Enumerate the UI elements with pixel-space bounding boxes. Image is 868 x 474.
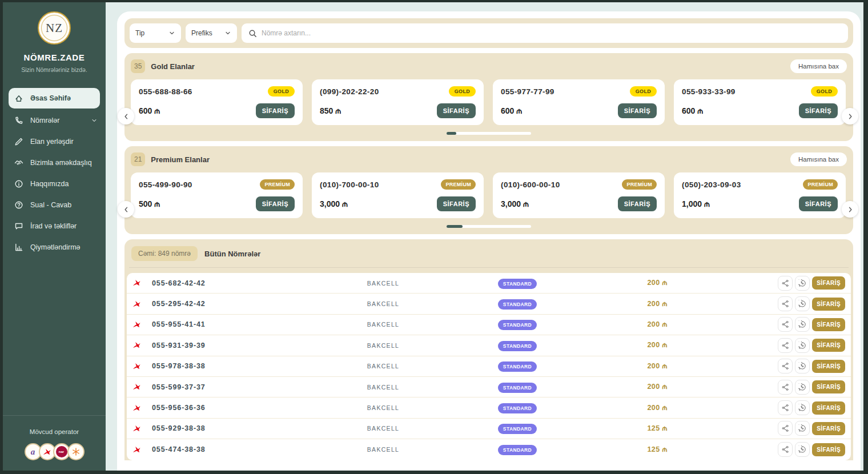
price: 3,000 ₼ — [320, 199, 348, 209]
price: 200 ₼ — [586, 362, 729, 371]
phone-number: 055-978-38-38 — [152, 362, 318, 370]
order-button[interactable]: SİFARİŞ — [812, 401, 845, 415]
logo-monogram: NZ — [46, 21, 63, 35]
share-button[interactable] — [778, 338, 793, 353]
premium-badge: PREMİUM — [622, 179, 657, 190]
gold-see-all-button[interactable]: Hamısına bax — [790, 59, 847, 73]
sidebar-item-numbers[interactable]: Nömrələr — [3, 110, 106, 131]
chevron-down-icon — [224, 30, 231, 37]
prefix-select[interactable]: Prefiks — [186, 23, 237, 43]
order-button[interactable]: SİFARİŞ — [256, 196, 295, 211]
operator-name: BAKCELL — [318, 300, 449, 307]
premium-card: (050)-203-09-03 PREMİUM 1,000 ₼ SİFARİŞ — [674, 172, 846, 218]
phone-number: 055-688-88-66 — [139, 87, 192, 96]
whatsapp-button[interactable] — [795, 338, 810, 353]
order-button[interactable]: SİFARİŞ — [812, 422, 845, 435]
price: 125 ₼ — [586, 424, 729, 433]
standard-badge: STANDARD — [498, 403, 537, 413]
sidebar-item-label: Elan yerləşdir — [30, 138, 74, 146]
order-button[interactable]: SİFARİŞ — [812, 360, 845, 373]
carousel-scrollbar-thumb[interactable] — [447, 225, 463, 228]
whatsapp-button[interactable] — [795, 442, 810, 457]
carousel-next-button[interactable] — [842, 108, 858, 124]
bakcell-bird-icon — [132, 424, 141, 433]
phone-icon — [14, 116, 23, 125]
whatsapp-button[interactable] — [795, 380, 810, 395]
phone-number: 055-933-33-99 — [682, 87, 736, 96]
gold-section-title: Gold Elanlar — [151, 62, 195, 71]
whatsapp-button[interactable] — [795, 359, 810, 373]
standard-badge: STANDARD — [498, 424, 537, 434]
order-button[interactable]: SİFARİŞ — [437, 196, 476, 211]
share-button[interactable] — [778, 317, 793, 332]
order-button[interactable]: SİFARİŞ — [812, 298, 845, 311]
search-input[interactable] — [262, 29, 841, 37]
sidebar-item-post-ad[interactable]: Elan yerləşdir — [3, 131, 106, 152]
premium-card: (010)-700-00-10 PREMİUM 3,000 ₼ SİFARİŞ — [312, 172, 484, 218]
phone-number: (010)-600-00-10 — [501, 180, 560, 189]
carousel-scrollbar[interactable] — [447, 225, 531, 228]
chevron-down-icon — [168, 30, 175, 37]
share-button[interactable] — [778, 442, 793, 457]
carousel-prev-button[interactable] — [118, 108, 134, 124]
phone-number: 055-474-38-38 — [152, 445, 318, 453]
chart-icon — [14, 243, 23, 252]
share-button[interactable] — [778, 421, 793, 436]
phone-number: 055-295-42-42 — [152, 300, 318, 308]
whatsapp-icon — [798, 404, 806, 412]
whatsapp-button[interactable] — [795, 276, 810, 291]
sidebar-item-feedback[interactable]: İrad və təkliflər — [3, 215, 106, 236]
order-button[interactable]: SİFARİŞ — [437, 103, 476, 118]
whatsapp-button[interactable] — [795, 317, 810, 332]
info-icon — [14, 179, 23, 188]
sidebar-item-label: İrad və təkliflər — [30, 222, 77, 230]
order-button[interactable]: SİFARİŞ — [812, 380, 845, 393]
sidebar-item-rating[interactable]: Qiymətləndirmə — [3, 236, 106, 258]
premium-see-all-button[interactable]: Hamısına bax — [790, 152, 847, 166]
all-numbers-section: Cəmi: 849 nömrə Bütün Nömrələr 055-682-4… — [124, 239, 853, 460]
gold-section-header: 35 Gold Elanlar Hamısına bax — [131, 59, 847, 73]
share-button[interactable] — [778, 400, 793, 415]
order-button[interactable]: SİFARİŞ — [799, 103, 838, 118]
sidebar-item-about[interactable]: Haqqımızda — [3, 173, 106, 194]
order-button[interactable]: SİFARİŞ — [618, 196, 657, 211]
pencil-icon — [14, 137, 23, 146]
sidebar-item-faq[interactable]: Sual - Cavab — [3, 194, 106, 215]
total-count-badge: Cəmi: 849 nömrə — [131, 246, 198, 261]
share-button[interactable] — [778, 380, 793, 395]
premium-card: (010)-600-00-10 PREMİUM 3,000 ₼ SİFARİŞ — [493, 172, 665, 218]
phone-number: (010)-700-00-10 — [320, 180, 379, 189]
order-button[interactable]: SİFARİŞ — [812, 318, 845, 331]
order-button[interactable]: SİFARİŞ — [618, 103, 657, 118]
whatsapp-button[interactable] — [795, 400, 810, 415]
table-row: 055-931-39-39 BAKCELL STANDARD 200 ₼ SİF… — [127, 335, 851, 356]
sidebar-item-label: Bizimla əməkdaşlıq — [30, 159, 92, 167]
order-button[interactable]: SİFARİŞ — [812, 443, 845, 456]
share-button[interactable] — [778, 296, 793, 311]
premium-count-badge: 21 — [131, 152, 145, 166]
share-button[interactable] — [778, 276, 793, 291]
sidebar-item-cooperation[interactable]: Bizimla əməkdaşlıq — [3, 152, 106, 173]
phone-number: (050)-203-09-03 — [682, 180, 741, 189]
chevron-right-icon — [847, 206, 854, 213]
price: 200 ₼ — [586, 300, 729, 308]
carousel-scrollbar[interactable] — [447, 132, 531, 135]
order-button[interactable]: SİFARİŞ — [812, 276, 845, 290]
carousel-prev-button[interactable] — [118, 201, 134, 218]
divider — [129, 267, 849, 268]
carousel-scrollbar-thumb[interactable] — [447, 132, 456, 135]
order-button[interactable]: SİFARİŞ — [799, 196, 838, 211]
carousel-next-button[interactable] — [842, 201, 858, 218]
whatsapp-button[interactable] — [795, 421, 810, 436]
sidebar-item-home[interactable]: Əsas Səhifə — [9, 88, 100, 109]
filter-bar: Tip Prefiks — [124, 18, 853, 48]
type-select[interactable]: Tip — [130, 23, 181, 43]
share-icon — [781, 279, 789, 287]
operators-label: Mövcud operator — [3, 428, 106, 435]
share-icon — [781, 445, 789, 453]
share-button[interactable] — [778, 359, 793, 373]
whatsapp-button[interactable] — [795, 296, 810, 311]
gold-section: 35 Gold Elanlar Hamısına bax 055-688-88-… — [124, 53, 853, 141]
order-button[interactable]: SİFARİŞ — [256, 103, 295, 118]
order-button[interactable]: SİFARİŞ — [812, 339, 845, 352]
